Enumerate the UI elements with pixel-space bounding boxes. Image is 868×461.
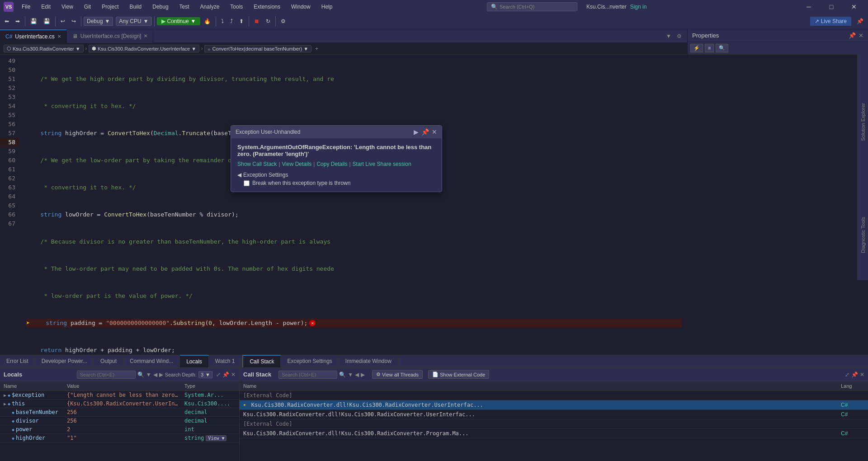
menu-tools[interactable]: Tools [227,3,245,11]
locals-row-exception[interactable]: ▶◆$exception {"Length cannot be less tha… [0,391,239,400]
show-call-stack-link[interactable]: Show Call Stack [237,161,277,167]
step-into-button[interactable]: ⤴ [227,17,236,25]
tab-settings-button[interactable]: ⚙ [675,31,684,41]
exception-settings-toggle[interactable]: ◀ Exception Settings [237,172,435,178]
forward-button[interactable]: ➡ [13,17,23,25]
locals-depth-dropdown[interactable]: 3 ▼ [198,371,212,378]
tab-close-0[interactable]: ✕ [57,34,61,39]
undo-button[interactable]: ↩ [58,17,68,25]
hot-reload-button[interactable]: 🔥 [201,17,213,25]
menu-debug[interactable]: Debug [150,3,171,11]
tab-exception-settings[interactable]: Exception Settings [281,355,339,367]
break-exception-checkbox[interactable] [244,180,250,186]
callstack-close-icon[interactable]: ✕ [860,372,864,378]
restart-button[interactable]: ↻ [263,17,273,25]
menu-analyze[interactable]: Analyze [198,3,222,11]
locals-row-power[interactable]: ◆power 2 int [0,425,239,434]
menu-file[interactable]: File [19,3,33,11]
locals-row-this[interactable]: ▶◆this {Ksu.Cis300.RadixConverter.UserIn… [0,400,239,408]
tab-error-list[interactable]: Error List [0,355,35,367]
start-live-share-link[interactable]: Start Live Share session [353,161,411,167]
stop-button[interactable]: ⏹ [251,17,262,25]
sign-in-link[interactable]: Sign in [630,4,647,10]
bc-class[interactable]: ⬢ Ksu.Cis300.RadixConverter.UserInterfac… [89,45,199,52]
redo-button[interactable]: ↪ [69,17,79,25]
cs-row-external-1[interactable]: [External Code] [240,391,868,400]
callstack-expand-icon[interactable]: ⤢ [845,372,849,378]
callstack-pin-icon[interactable]: 📌 [851,372,858,378]
tab-locals[interactable]: Locals [180,355,209,367]
step-over-button[interactable]: ⤵ [218,17,226,25]
tab-userinterface-cs[interactable]: C# UserInterface.cs ✕ [0,29,67,43]
locals-row-divisor[interactable]: ◆divisor 256 decimal [0,417,239,425]
code-editor[interactable]: /* We get the high order part by dividin… [23,55,687,355]
step-out-button[interactable]: ⬆ [236,17,246,25]
locals-close-icon[interactable]: ✕ [231,372,236,378]
menu-help[interactable]: Help [319,3,335,11]
callstack-nav-next[interactable]: ▶ [361,372,365,378]
properties-categorize-btn[interactable]: ≡ [705,44,714,52]
tab-output[interactable]: Output [94,355,123,367]
diagnostic-tools-strip[interactable]: Diagnostic Tools [857,190,868,280]
global-search[interactable]: 🔍 Search (Ctrl+Q) [487,2,577,11]
back-button[interactable]: ⬅ [2,17,12,25]
solution-explorer-strip[interactable]: Solution Explorer [857,54,868,190]
maximize-button[interactable]: □ [821,0,842,14]
callstack-search-icon[interactable]: 🔍 [339,372,346,378]
callstack-nav-prev[interactable]: ◀ [355,372,359,378]
bc-namespace[interactable]: ⬡ Ksu.Cis300.RadixConverter ▼ [4,45,84,52]
debug-mode-dropdown[interactable]: Debug ▼ [84,17,113,26]
copy-details-link[interactable]: Copy Details [316,161,347,167]
tab-watch1[interactable]: Watch 1 [209,355,242,367]
view-details-link[interactable]: View Details [282,161,312,167]
locals-search-icon[interactable]: 🔍 [137,372,144,378]
menu-project[interactable]: Project [99,3,121,11]
locals-float-icon[interactable]: 📌 [222,372,229,378]
minimize-button[interactable]: ─ [798,0,819,14]
properties-search-btn[interactable]: 🔍 [716,44,728,52]
menu-window[interactable]: Window [288,3,313,11]
menu-test[interactable]: Test [177,3,192,11]
callstack-search-input[interactable] [278,371,337,379]
breadcrumb-add-btn[interactable]: + [315,46,318,52]
show-external-code-button[interactable]: 📄 Show External Code [428,370,489,379]
cs-row-3[interactable]: Ksu.Cis300.RadixConverter.dll!Ksu.Cis300… [240,410,868,419]
save-button[interactable]: 💾 [28,17,40,25]
bc-method[interactable]: ⬦ ConvertToHex(decimal baseTenNumber) ▼ [204,45,311,52]
tab-dropdown-button[interactable]: ▼ [664,31,673,41]
cs-row-active[interactable]: ➤ Ksu.Cis300.RadixConverter.dll!Ksu.Cis3… [240,400,868,410]
locals-expand-icon[interactable]: ⤢ [216,372,221,378]
popup-play-btn[interactable]: ▶ [414,128,419,136]
locals-row-highorder[interactable]: ◆highOrder "1" string View ▼ [0,434,239,442]
pin-icon[interactable]: 📌 [849,32,856,39]
cs-row-5[interactable]: Ksu.Cis300.RadixConverter.dll!Ksu.Cis300… [240,429,868,438]
menu-git[interactable]: Git [81,3,94,11]
tab-developer-power[interactable]: Developer Power... [35,355,94,367]
view-all-threads-button[interactable]: ⚙ View all Threads [372,370,423,379]
properties-sort-btn[interactable]: ⚡ [690,44,703,52]
tab-immediate-window[interactable]: Immediate Window [339,355,398,367]
solution-explorer-pin[interactable]: 📌 [854,17,866,25]
close-icon[interactable]: ✕ [859,32,863,39]
save-all-button[interactable]: 💾 [41,17,53,25]
menu-extensions[interactable]: Extensions [251,3,283,11]
cpu-dropdown[interactable]: Any CPU ▼ [116,17,151,26]
continue-button[interactable]: ▶ Continue ▼ [157,17,201,25]
live-share-button[interactable]: ↗ Live Share [810,17,851,26]
locals-dropdown-icon[interactable]: ▼ [146,372,151,378]
view-string-btn[interactable]: View ▼ [206,435,226,441]
popup-pin-btn[interactable]: 📌 [421,128,429,136]
locals-search-input[interactable] [77,371,136,379]
locals-row-basetenumber[interactable]: ◆baseTenNumber 256 decimal [0,408,239,417]
tab-userinterface-design[interactable]: 🖥 UserInterface.cs [Design] ✕ [67,29,154,43]
callstack-dropdown-icon[interactable]: ▼ [348,372,353,378]
cs-row-external-2[interactable]: [External Code] [240,419,868,429]
popup-close-btn[interactable]: ✕ [432,128,437,136]
close-button[interactable]: ✕ [844,0,864,14]
editor-vscroll[interactable] [682,55,687,355]
menu-build[interactable]: Build [127,3,145,11]
tab-close-1[interactable]: ✕ [144,33,147,38]
tab-command-window[interactable]: Command Wind... [123,355,180,367]
tab-call-stack[interactable]: Call Stack [242,355,281,367]
menu-edit[interactable]: Edit [38,3,53,11]
